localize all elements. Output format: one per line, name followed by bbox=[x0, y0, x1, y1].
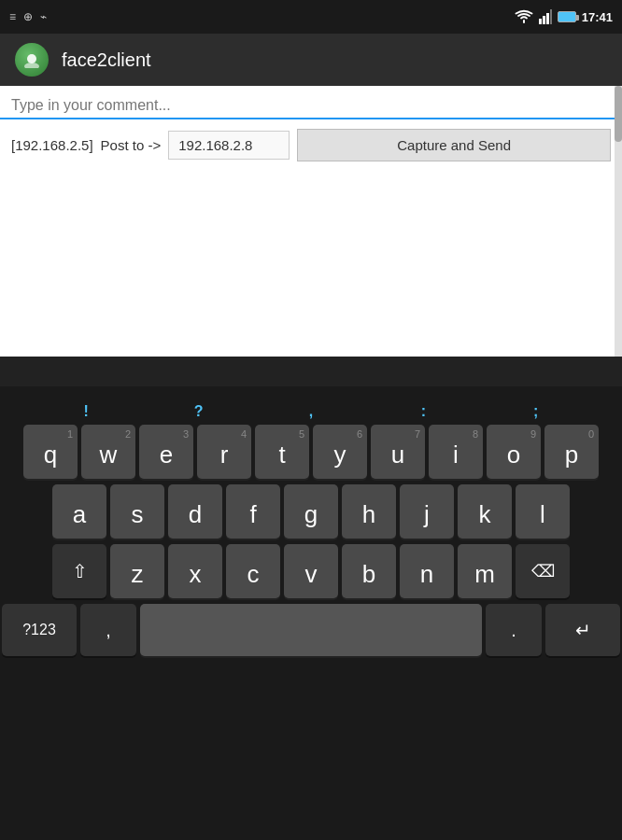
keyboard-row-2: a s d f g h j k l bbox=[2, 484, 620, 539]
battery-icon bbox=[558, 11, 576, 22]
special-char-question: ? bbox=[180, 403, 218, 420]
keyboard-row-3: ⇧ z x c v b n m ⌫ bbox=[2, 544, 620, 598]
wifi-icon bbox=[515, 9, 533, 24]
shift-icon: ⇧ bbox=[72, 560, 88, 582]
keyboard-row-1: 1q 2w 3e 4r 5t 6y 7u 8i 9o 0p bbox=[2, 425, 620, 479]
content-area: [192.168.2.5] Post to -> Capture and Sen… bbox=[0, 86, 622, 357]
key-f[interactable]: f bbox=[226, 484, 280, 539]
key-j[interactable]: j bbox=[400, 484, 454, 539]
shift-key[interactable]: ⇧ bbox=[52, 544, 106, 598]
status-left-icons: ≡ ⊕ ⌁ bbox=[9, 10, 47, 23]
post-to-label: Post to -> bbox=[101, 137, 162, 153]
special-char-exclaim: ! bbox=[67, 403, 105, 420]
key-i[interactable]: 8i bbox=[429, 425, 483, 479]
svg-rect-0 bbox=[539, 19, 542, 24]
comment-input[interactable] bbox=[11, 97, 611, 114]
key-s[interactable]: s bbox=[110, 484, 164, 539]
key-c[interactable]: c bbox=[226, 544, 280, 598]
num-key[interactable]: ?123 bbox=[2, 604, 77, 656]
key-a[interactable]: a bbox=[52, 484, 106, 539]
scrollbar-thumb bbox=[615, 86, 622, 142]
key-n[interactable]: n bbox=[400, 544, 454, 598]
svg-point-5 bbox=[24, 63, 39, 68]
key-r[interactable]: 4r bbox=[197, 425, 251, 479]
key-p[interactable]: 0p bbox=[544, 425, 599, 479]
notification-icon-3: ⌁ bbox=[40, 10, 47, 23]
capture-send-button[interactable]: Capture and Send bbox=[297, 129, 611, 161]
period-key-label: . bbox=[511, 620, 516, 641]
keyboard: ! ? , : ; 1q 2w 3e 4r 5t 6y 7u 8i 9o 0p … bbox=[0, 386, 622, 840]
app-bar: face2client bbox=[0, 34, 622, 86]
key-x[interactable]: x bbox=[168, 544, 222, 598]
app-logo bbox=[15, 43, 49, 77]
app-title: face2client bbox=[62, 49, 151, 71]
backspace-icon: ⌫ bbox=[531, 561, 555, 581]
backspace-key[interactable]: ⌫ bbox=[516, 544, 570, 598]
enter-key[interactable]: ↵ bbox=[545, 604, 620, 656]
key-q[interactable]: 1q bbox=[23, 425, 78, 479]
key-y[interactable]: 6y bbox=[313, 425, 367, 479]
keyboard-spacer bbox=[0, 357, 622, 386]
period-key[interactable]: . bbox=[486, 604, 542, 656]
key-u[interactable]: 7u bbox=[371, 425, 425, 479]
key-k[interactable]: k bbox=[458, 484, 512, 539]
post-row: [192.168.2.5] Post to -> Capture and Sen… bbox=[0, 119, 622, 171]
notification-icon-1: ≡ bbox=[9, 10, 16, 23]
key-z[interactable]: z bbox=[110, 544, 164, 598]
local-ip-label: [192.168.2.5] bbox=[11, 137, 93, 153]
key-w[interactable]: 2w bbox=[81, 425, 135, 479]
key-b[interactable]: b bbox=[342, 544, 396, 598]
svg-point-4 bbox=[27, 54, 36, 63]
keyboard-bottom-row: ?123 , . ↵ bbox=[2, 604, 620, 656]
key-l[interactable]: l bbox=[516, 484, 570, 539]
key-d[interactable]: d bbox=[168, 484, 222, 539]
svg-rect-2 bbox=[546, 13, 549, 24]
signal-icon bbox=[539, 9, 552, 24]
num-key-label: ?123 bbox=[22, 622, 56, 638]
notification-icon-2: ⊕ bbox=[23, 10, 33, 23]
special-char-comma: , bbox=[292, 403, 330, 420]
comma-key[interactable]: , bbox=[80, 604, 136, 656]
special-chars-row: ! ? , : ; bbox=[2, 390, 620, 422]
status-bar: ≡ ⊕ ⌁ 17:41 bbox=[0, 0, 622, 34]
comment-input-wrapper[interactable] bbox=[0, 86, 622, 119]
special-char-colon: : bbox=[404, 403, 442, 420]
svg-rect-1 bbox=[543, 16, 545, 24]
key-g[interactable]: g bbox=[284, 484, 338, 539]
comma-key-label: , bbox=[106, 620, 111, 641]
svg-rect-3 bbox=[550, 9, 552, 24]
special-char-semicolon: ; bbox=[517, 403, 555, 420]
key-m[interactable]: m bbox=[458, 544, 512, 598]
enter-key-label: ↵ bbox=[575, 619, 591, 641]
key-o[interactable]: 9o bbox=[487, 425, 541, 479]
key-h[interactable]: h bbox=[342, 484, 396, 539]
target-ip-input[interactable] bbox=[168, 131, 290, 160]
key-t[interactable]: 5t bbox=[255, 425, 309, 479]
key-e[interactable]: 3e bbox=[139, 425, 193, 479]
space-key[interactable] bbox=[140, 604, 482, 656]
time-display: 17:41 bbox=[582, 10, 613, 24]
key-v[interactable]: v bbox=[284, 544, 338, 598]
status-right-icons: 17:41 bbox=[515, 9, 613, 24]
scrollbar[interactable] bbox=[615, 86, 622, 357]
